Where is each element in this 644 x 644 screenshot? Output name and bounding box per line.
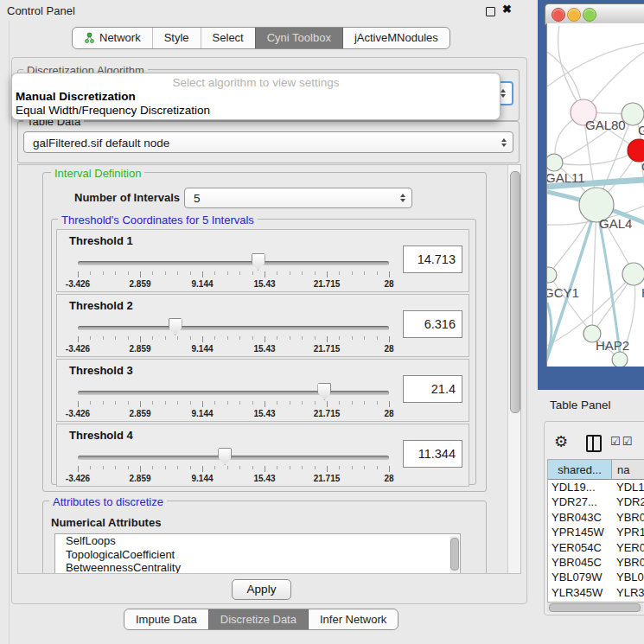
node-label: HAP2 [596,338,629,353]
table-cell: YER0 [612,540,644,555]
tab-select[interactable]: Select [201,28,255,48]
threshold-slider[interactable]: -3.4262.8599.14415.4321.71528 [78,316,389,352]
column-header[interactable]: na [612,460,644,480]
table-row[interactable]: YBL079WYBL0 [548,570,644,584]
table-cell: YPR145W [548,525,612,539]
table-cell: YBL0 [612,570,644,584]
slider-thumb[interactable] [252,253,265,271]
network-node[interactable] [546,267,557,283]
node-label: GA [638,123,644,137]
table-horizontal-scrollbar[interactable] [547,603,643,612]
minimize-traffic-light[interactable] [567,8,581,22]
threshold-value-field[interactable]: 11.344 [403,440,462,468]
network-edge [555,150,639,165]
table-cell: YPR1 [612,525,644,539]
threshold-label: Threshold 1 [69,234,133,247]
table-data-combobox[interactable]: galFiltered.sif default node [23,131,513,153]
table-row[interactable]: YDR27...YDR2 [548,494,644,509]
network-edge [558,26,583,112]
attribute-item[interactable]: BetweennessCentrality [55,561,460,574]
attributes-group-title: Attributes to discretize [49,495,167,508]
network-canvas[interactable]: GAL80GACGAL11GAL4GCY1HHAP2 [546,23,644,367]
settings-scroll-area: Interval Definition Number of Intervals … [17,164,521,574]
table-row[interactable]: YPR145WYPR1 [548,525,644,539]
bottom-tab-impute-data[interactable]: Impute Data [124,609,208,629]
node-label: GAL11 [546,170,585,185]
table-row[interactable]: YBR043CYBR0 [548,510,644,525]
slider-thumb[interactable] [317,383,331,400]
spinner-icon [501,89,506,98]
table-cell: YBR0 [612,510,644,525]
threshold-value-field[interactable]: 21.4 [403,375,462,403]
spinner-icon [400,194,405,202]
threshold-slider[interactable]: -3.4262.8599.14415.4321.71528 [78,380,389,417]
gear-icon[interactable]: ⚙ [554,432,568,451]
panel-divider [9,21,10,644]
apply-button[interactable]: Apply [232,579,291,600]
slider-thumb[interactable] [169,318,182,335]
columns-icon[interactable] [586,435,602,452]
threshold-panel: Threshold 4-3.4262.8599.14415.4321.71528… [56,424,469,487]
number-of-intervals-combobox[interactable]: 5 [184,188,412,208]
algorithm-popup: Select algorithm to view settings Manual… [11,73,501,120]
threshold-panel: Threshold 1-3.4262.8599.14415.4321.71528… [56,229,469,292]
select-columns-checkboxes-icon[interactable]: ☑☑ [610,435,634,448]
table-cell: YDL19... [548,480,612,494]
bottom-tab-discretize-data[interactable]: Discretize Data [208,609,309,629]
network-node[interactable] [622,263,644,285]
tab-style[interactable]: Style [152,28,201,48]
table-cell: YBR043C [548,510,612,525]
slider-track[interactable] [78,456,389,460]
close-traffic-light[interactable] [552,8,565,22]
network-window-titlebar[interactable] [545,3,644,25]
node-label: GAL4 [599,216,632,231]
slider-track[interactable] [78,261,389,265]
node-label: GAL80 [585,118,626,132]
table-cell: YDL1 [612,480,644,494]
node-label: GCY1 [546,285,579,300]
node-table[interactable]: shared...na YDL19...YDL1YDR27...YDR2YBR0… [547,459,644,603]
zoom-traffic-light[interactable] [583,8,596,22]
table-data-value: galFiltered.sif default node [33,136,169,149]
threshold-slider[interactable]: -3.4262.8599.14415.4321.71528 [78,251,389,287]
tab-jactivemnodules[interactable]: jActiveMNodules [343,28,450,48]
network-node[interactable] [546,154,563,171]
close-icon[interactable]: ✖ [502,3,512,16]
slider-track[interactable] [78,326,389,330]
screen: Control Panel ✖ NetworkStyleSelectCyni T… [0,0,644,644]
bottom-tab-infer-network[interactable]: Infer Network [309,609,398,629]
algorithm-option[interactable]: Equal Width/Frequency Discretization [16,104,210,117]
bottom-tabbar: Impute DataDiscretize DataInfer Network [124,609,399,630]
thresholds-group-title: Threshold's Coordinates for 5 Intervals [58,214,258,226]
tab-cyni-toolbox[interactable]: Cyni Toolbox [255,28,343,48]
top-tabbar: NetworkStyleSelectCyni ToolboxjActiveMNo… [72,27,450,49]
threshold-panel: Threshold 3-3.4262.8599.14415.4321.71528… [56,359,469,422]
table-row[interactable]: YBR045CYBR0 [548,555,644,570]
table-row[interactable]: YLR345WYLR3 [548,585,644,600]
table-cell: YDR2 [612,494,644,509]
attribute-item[interactable]: SelfLoops [55,534,460,548]
number-of-intervals-label: Number of Intervals [74,191,180,204]
float-window-icon[interactable] [486,7,495,16]
threshold-label: Threshold 3 [69,364,133,377]
table-row[interactable]: YER054CYER0 [548,540,644,555]
numerical-attributes-list[interactable]: SelfLoopsTopologicalCoefficientBetweenne… [54,533,461,574]
threshold-label: Threshold 2 [69,299,133,312]
column-header[interactable]: shared... [548,460,612,480]
network-node[interactable] [612,352,628,367]
threshold-value-field[interactable]: 14.713 [403,245,462,273]
network-icon [84,32,95,44]
attribute-item[interactable]: TopologicalCoefficient [55,548,460,562]
slider-thumb[interactable] [218,448,232,465]
tab-network[interactable]: Network [73,28,152,48]
algorithm-option[interactable]: Manual Discretization [16,90,136,103]
spinner-icon [501,138,507,147]
settings-scrollbar[interactable] [507,165,521,573]
slider-track[interactable] [78,391,389,395]
list-scrollbar[interactable] [450,536,459,574]
table-row[interactable]: YDL19...YDL1 [548,480,644,494]
threshold-value-field[interactable]: 6.316 [403,310,462,338]
numerical-attributes-label: Numerical Attributes [51,516,161,529]
number-of-intervals-value: 5 [194,192,201,205]
threshold-slider[interactable]: -3.4262.8599.14415.4321.71528 [78,445,389,481]
